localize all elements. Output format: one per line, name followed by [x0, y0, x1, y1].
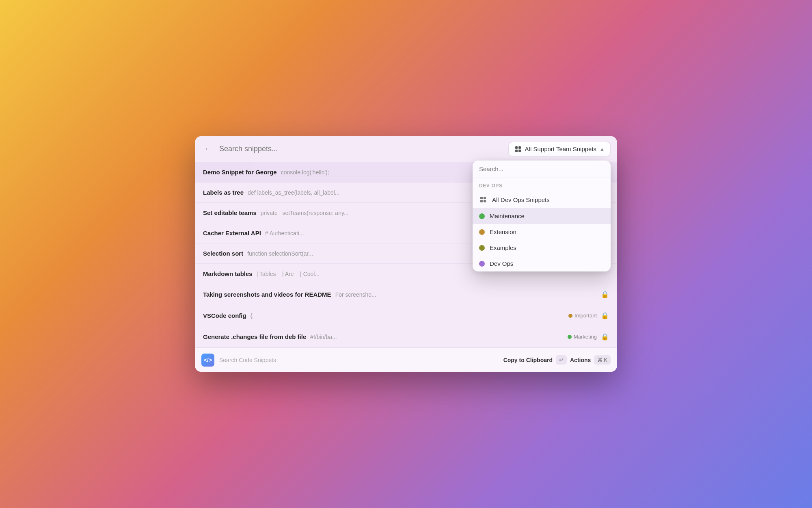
enter-key-label: ↵	[559, 357, 564, 363]
snippet-preview: {.	[251, 313, 564, 319]
svg-rect-4	[480, 197, 483, 199]
svg-rect-7	[484, 200, 486, 202]
snippet-name: Markdown tables	[203, 270, 253, 277]
app-logo: </>	[201, 354, 214, 367]
dropdown-item-extension[interactable]: Extension	[473, 224, 611, 240]
grid-icon	[514, 145, 522, 153]
snippet-name: Generate .changes file from deb file	[203, 333, 306, 340]
copy-to-clipboard-button[interactable]: Copy to Clipboard	[503, 357, 553, 363]
search-input[interactable]	[219, 145, 503, 153]
dropdown-label: All Support Team Snippets	[525, 145, 597, 152]
enter-key-badge: ↵	[556, 355, 567, 365]
filter-dropdown-panel: Dev Ops All Dev Ops Snippets Maintenance…	[473, 161, 611, 271]
dropdown-item-label: Extension	[490, 228, 516, 235]
snippet-name: Labels as tree	[203, 189, 244, 196]
dropdown-item-label: All Dev Ops Snippets	[492, 196, 550, 203]
dropdown-item-label: Examples	[490, 244, 516, 251]
examples-dot	[479, 245, 485, 251]
app-window: ← All Support Team Snippets ▲ Dev Ops	[195, 136, 617, 372]
footer: </> Search Code Snippets Copy to Clipboa…	[195, 347, 617, 372]
tag-label: Important	[574, 313, 597, 319]
maintenance-dot	[479, 213, 485, 219]
devops-grid-icon	[479, 195, 487, 204]
actions-key-badge: ⌘ K	[594, 355, 611, 365]
cmd-key-label: ⌘	[597, 357, 603, 363]
snippet-name: Set editable teams	[203, 209, 257, 216]
dropdown-search-input[interactable]	[479, 165, 604, 172]
snippet-item[interactable]: Generate .changes file from deb file #!/…	[195, 326, 617, 347]
snippet-item[interactable]: Taking screenshots and videos for README…	[195, 284, 617, 305]
lock-icon: 🔒	[601, 312, 609, 319]
header: ← All Support Team Snippets ▲	[195, 136, 617, 162]
back-button[interactable]: ←	[201, 143, 214, 156]
lock-icon: 🔒	[601, 291, 609, 298]
tag-label: Marketing	[574, 334, 597, 340]
dropdown-search-container	[473, 161, 611, 178]
svg-rect-2	[515, 150, 518, 152]
snippet-name: VSCode config	[203, 312, 246, 319]
dropdown-item-all-devops[interactable]: All Dev Ops Snippets	[473, 191, 611, 208]
dropdown-item-maintenance[interactable]: Maintenance	[473, 208, 611, 224]
snippet-name: Demo Snippet for George	[203, 169, 277, 176]
svg-rect-5	[484, 197, 486, 199]
snippet-item[interactable]: VSCode config {. Important 🔒	[195, 305, 617, 326]
back-icon: ←	[204, 145, 212, 153]
tag-dot	[568, 314, 572, 318]
extension-dot	[479, 229, 485, 235]
actions-button[interactable]: Actions	[570, 357, 591, 363]
tag-dot	[568, 335, 572, 339]
footer-search-label: Search Code Snippets	[219, 357, 499, 363]
chevron-up-icon: ▲	[600, 146, 605, 152]
dropdown-item-examples[interactable]: Examples	[473, 240, 611, 256]
svg-rect-6	[480, 200, 483, 202]
snippet-name: Cacher External API	[203, 230, 261, 237]
dropdown-item-label: Dev Ops	[490, 260, 513, 267]
lock-icon: 🔒	[601, 333, 609, 341]
snippet-preview: For screensho...	[335, 291, 597, 298]
snippet-tag: Marketing	[568, 334, 597, 340]
devops-dot	[479, 261, 485, 267]
snippet-tag: Important	[568, 313, 597, 319]
k-key-label: K	[604, 357, 607, 363]
snippet-name: Selection sort	[203, 250, 243, 257]
dropdown-section-label: Dev Ops	[473, 178, 611, 191]
dropdown-item-devops[interactable]: Dev Ops	[473, 256, 611, 271]
snippet-filter-dropdown[interactable]: All Support Team Snippets ▲	[508, 142, 611, 156]
logo-text: </>	[204, 357, 212, 363]
svg-rect-1	[518, 146, 521, 149]
footer-actions: Copy to Clipboard ↵ Actions ⌘ K	[503, 355, 611, 365]
dropdown-item-label: Maintenance	[490, 213, 525, 219]
svg-rect-3	[518, 150, 521, 152]
snippet-preview: #!/bin/ba...	[310, 334, 564, 340]
svg-rect-0	[515, 146, 518, 149]
snippet-name: Taking screenshots and videos for README	[203, 291, 331, 298]
